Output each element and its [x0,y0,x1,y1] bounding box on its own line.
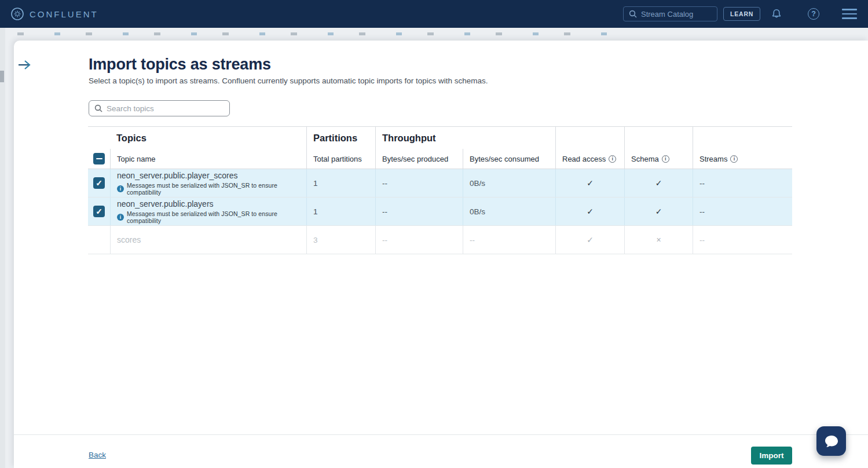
schema-cell: ✓ [624,198,693,225]
info-icon: i [117,185,124,192]
confluent-logo-icon [10,7,24,21]
cross-icon: × [656,235,661,244]
stream-catalog-input[interactable] [641,10,712,19]
bytes-produced-cell: -- [375,226,463,254]
col-schema: Schema [631,155,659,163]
table-header: Topics Partitions Throughput Topic name … [88,126,792,169]
info-icon[interactable]: i [609,155,616,163]
chat-launcher-button[interactable] [816,426,846,456]
col-group-partitions: Partitions [313,133,357,144]
help-icon[interactable]: ? [807,7,821,21]
page-subtitle: Select a topic(s) to import as streams. … [89,76,488,85]
col-total-partitions: Total partitions [313,155,362,163]
bytes-produced-cell: -- [375,198,463,225]
top-navbar: CONFLUENT LEARN ? [0,0,868,28]
topic-note: iMessages must be serialized with JSON_S… [117,182,306,196]
schema-cell: ✓ [624,169,693,197]
read-access-cell: ✓ [555,169,624,197]
topic-cell: neon_server.public.player_scoresiMessage… [110,169,306,197]
info-icon[interactable]: i [730,155,738,163]
read-access-cell: ✓ [555,226,624,254]
import-button[interactable]: Import [751,447,792,465]
back-link[interactable]: Back [89,451,106,459]
screen: CONFLUENT LEARN ? [0,0,868,468]
breadcrumb-clipped [17,32,625,35]
col-streams: Streams [699,155,727,163]
topic-name: neon_server.public.player_scores [117,171,238,180]
streams-cell: -- [693,226,792,254]
topic-name: scores [117,235,141,244]
menu-hamburger-icon[interactable] [843,7,856,21]
search-topics-box[interactable] [89,100,230,116]
col-read-access: Read access [562,155,606,163]
import-topics-panel: Import topics as streams Select a topic(… [14,41,868,468]
bytes-consumed-cell: 0B/s [463,169,555,197]
partitions-cell: 1 [306,169,375,197]
table-row: ✓neon_server.public.player_scoresiMessag… [88,169,792,198]
search-topics-input[interactable] [107,104,224,113]
search-icon [629,10,637,18]
col-bytes-produced: Bytes/sec produced [382,155,448,163]
col-topic-name: Topic name [117,155,155,163]
clipped-side-element [0,71,4,82]
streams-cell: -- [693,169,792,197]
question-mark-icon: ? [808,8,819,20]
streams-cell: -- [693,198,792,225]
footer-divider [14,434,868,435]
topic-cell: neon_server.public.playersiMessages must… [110,198,306,225]
page-title: Import topics as streams [89,56,271,74]
check-icon: ✓ [655,207,662,216]
read-access-cell: ✓ [555,198,624,225]
stream-catalog-search[interactable] [623,6,717,21]
check-icon: ✓ [587,235,594,244]
schema-cell: × [624,226,693,254]
partitions-cell: 1 [306,198,375,225]
bytes-produced-cell: -- [375,169,463,197]
notifications-bell-icon[interactable] [770,7,783,21]
row-checkbox-cell [88,226,110,254]
table-row: scores3----✓×-- [88,226,792,254]
row-checkbox-cell: ✓ [88,198,110,225]
confluent-brand[interactable]: CONFLUENT [10,7,98,21]
check-icon: ✓ [587,207,594,216]
topics-table: Topics Partitions Throughput Topic name … [88,126,792,254]
topic-note: iMessages must be serialized with JSON_S… [117,210,306,224]
info-icon[interactable]: i [662,155,669,163]
check-icon: ✓ [655,178,662,188]
col-bytes-consumed: Bytes/sec consumed [470,155,539,163]
collapsed-side-strip [0,28,5,468]
topic-name: neon_server.public.players [117,199,214,209]
col-group-throughput: Throughput [382,133,436,144]
topic-cell: scores [110,226,306,254]
row-checkbox[interactable]: ✓ [93,206,105,217]
speech-bubble-icon [823,434,840,449]
search-icon [94,104,102,112]
col-group-topics: Topics [116,133,147,144]
row-checkbox-cell: ✓ [88,169,110,197]
bytes-consumed-cell: -- [463,226,555,254]
table-row: ✓neon_server.public.playersiMessages mus… [88,198,792,226]
partitions-cell: 3 [306,226,375,254]
table-body: ✓neon_server.public.player_scoresiMessag… [88,169,792,254]
collapse-panel-arrow-icon[interactable] [17,59,34,71]
brand-wordmark: CONFLUENT [30,9,98,19]
row-checkbox[interactable]: ✓ [93,177,105,189]
select-all-checkbox[interactable] [93,153,105,164]
bytes-consumed-cell: 0B/s [463,198,555,225]
check-icon: ✓ [587,178,594,188]
info-icon: i [117,214,124,221]
learn-button[interactable]: LEARN [723,7,760,21]
